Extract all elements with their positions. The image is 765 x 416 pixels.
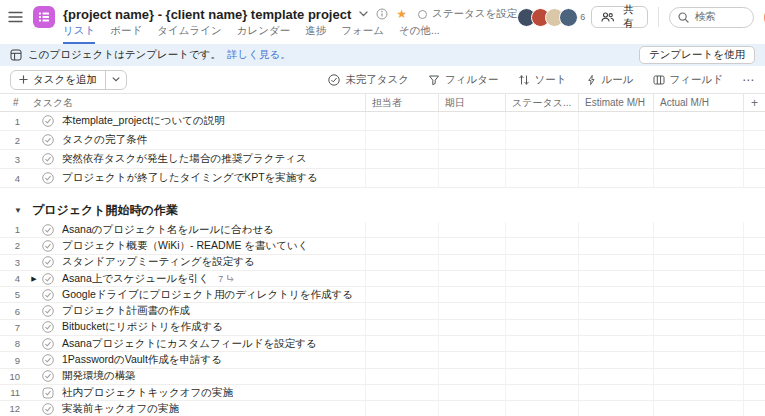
task-cell[interactable] (653, 222, 743, 237)
sort-button[interactable]: ソート (518, 73, 567, 87)
task-cell[interactable] (365, 255, 438, 270)
tab-item[interactable]: フォーム (341, 24, 384, 44)
task-cell[interactable] (365, 169, 438, 187)
add-task-button[interactable]: タスクを追加 (10, 70, 127, 90)
task-cell[interactable] (365, 238, 438, 253)
task-cell[interactable] (653, 369, 743, 384)
section-header[interactable]: ▼プロジェクト開始時の作業 (0, 199, 765, 222)
task-row[interactable]: 6プロジェクト計画書の作成 (0, 303, 765, 319)
task-cell[interactable] (743, 369, 765, 384)
check-circle-icon[interactable] (42, 338, 54, 350)
task-cell[interactable] (653, 320, 743, 335)
task-cell[interactable] (505, 131, 578, 149)
task-cell[interactable] (578, 112, 653, 130)
task-row[interactable]: 12実装前キックオフの実施 (0, 401, 765, 416)
member-avatars[interactable] (517, 8, 578, 27)
task-cell[interactable] (438, 222, 505, 237)
task-cell[interactable] (505, 287, 578, 302)
task-cell[interactable] (743, 271, 765, 286)
task-cell[interactable] (743, 303, 765, 318)
hamburger-menu-icon[interactable] (8, 11, 24, 44)
check-circle-icon[interactable] (42, 305, 54, 317)
column-status[interactable]: ステータス... (505, 94, 578, 111)
task-row[interactable]: 3突然依存タスクが発生した場合の推奨プラクティス (0, 150, 765, 169)
star-icon[interactable]: ★ (396, 8, 407, 20)
check-circle-icon[interactable] (42, 403, 54, 415)
task-cell[interactable] (438, 385, 505, 400)
task-cell[interactable] (505, 369, 578, 384)
task-title[interactable]: Bitbucketにリポジトリを作成する (62, 320, 223, 334)
task-cell[interactable] (653, 352, 743, 367)
task-cell[interactable] (743, 385, 765, 400)
task-cell[interactable] (365, 150, 438, 168)
task-cell[interactable] (505, 401, 578, 416)
check-circle-icon[interactable] (42, 240, 54, 252)
task-cell[interactable] (653, 112, 743, 130)
task-cell[interactable] (578, 238, 653, 253)
task-title[interactable]: 1PasswordのVault作成を申請する (62, 353, 222, 367)
task-cell[interactable] (743, 222, 765, 237)
task-cell[interactable] (578, 401, 653, 416)
task-cell[interactable] (365, 131, 438, 149)
filter-button[interactable]: フィルター (428, 73, 498, 87)
task-cell[interactable] (653, 385, 743, 400)
task-cell[interactable] (505, 271, 578, 286)
task-cell[interactable] (365, 336, 438, 351)
task-cell[interactable] (365, 112, 438, 130)
use-template-button[interactable]: テンプレートを使用 (639, 46, 755, 64)
task-cell[interactable] (653, 131, 743, 149)
task-cell[interactable] (438, 238, 505, 253)
task-cell[interactable] (438, 287, 505, 302)
task-cell[interactable] (743, 320, 765, 335)
task-title[interactable]: 開発環境の構築 (62, 369, 136, 383)
task-cell[interactable] (505, 112, 578, 130)
task-cell[interactable] (438, 112, 505, 130)
task-cell[interactable] (653, 255, 743, 270)
task-row[interactable]: 2プロジェクト概要（WiKi）- README を書いていく (0, 238, 765, 254)
add-column-button[interactable]: + (743, 94, 765, 111)
task-cell[interactable] (438, 401, 505, 416)
task-row[interactable]: 3スタンドアップミーティングを設定する (0, 255, 765, 271)
check-circle-icon[interactable] (42, 134, 54, 146)
task-row[interactable]: 2タスクの完了条件 (0, 131, 765, 150)
task-cell[interactable] (365, 303, 438, 318)
task-row[interactable]: 5Googleドライブにプロジェクト用のディレクトリを作成する (0, 287, 765, 303)
search-input[interactable]: 検索 (669, 7, 755, 28)
task-cell[interactable] (578, 150, 653, 168)
task-cell[interactable] (743, 287, 765, 302)
task-row[interactable]: 10開発環境の構築 (0, 369, 765, 385)
check-circle-icon[interactable] (42, 354, 54, 366)
task-title[interactable]: 社内プロジェクトキックオフの実施 (62, 386, 233, 400)
task-cell[interactable] (653, 303, 743, 318)
task-cell[interactable] (505, 303, 578, 318)
task-cell[interactable] (365, 320, 438, 335)
task-cell[interactable] (365, 287, 438, 302)
task-row[interactable]: 91PasswordのVault作成を申請する (0, 352, 765, 368)
info-icon[interactable] (376, 8, 388, 20)
task-title[interactable]: 突然依存タスクが発生した場合の推奨プラクティス (62, 152, 307, 166)
task-cell[interactable] (653, 271, 743, 286)
task-cell[interactable] (505, 238, 578, 253)
task-cell[interactable] (743, 336, 765, 351)
task-cell[interactable] (578, 352, 653, 367)
task-cell[interactable] (438, 150, 505, 168)
task-cell[interactable] (505, 150, 578, 168)
column-actual[interactable]: Actual M/H (653, 94, 743, 111)
task-title[interactable]: Asanaプロジェクトにカスタムフィールドを設定する (62, 337, 317, 351)
task-cell[interactable] (743, 238, 765, 253)
check-circle-icon[interactable] (42, 273, 54, 285)
check-circle-icon[interactable] (42, 321, 54, 333)
task-title[interactable]: プロジェクト計画書の作成 (62, 304, 190, 318)
collapse-arrow-icon[interactable]: ▼ (14, 207, 22, 215)
task-cell[interactable] (743, 150, 765, 168)
check-circle-icon[interactable] (42, 153, 54, 165)
task-cell[interactable] (578, 336, 653, 351)
check-circle-icon[interactable] (42, 289, 54, 301)
task-cell[interactable] (743, 131, 765, 149)
task-cell[interactable] (653, 150, 743, 168)
task-cell[interactable] (365, 271, 438, 286)
rules-button[interactable]: ルール (586, 73, 634, 87)
task-cell[interactable] (438, 255, 505, 270)
task-cell[interactable] (438, 303, 505, 318)
column-due-date[interactable]: 期日 (438, 94, 505, 111)
